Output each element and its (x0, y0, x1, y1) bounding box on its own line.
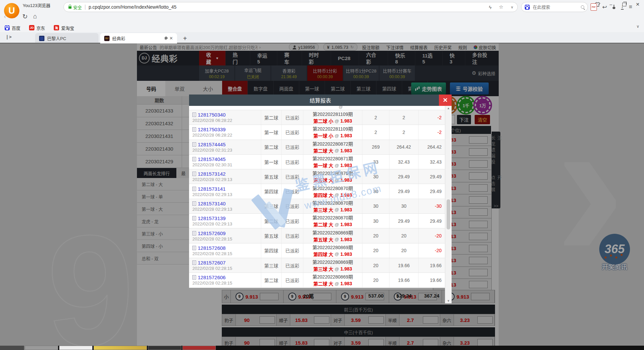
document-icon (192, 142, 196, 147)
settlement-row: 1281572607 2022/02/28 02:28:15 第三球 已派彩 第… (189, 258, 445, 273)
issue-number: 第202202280872期 (312, 140, 353, 147)
order-id-link[interactable]: 1281572609 (198, 230, 225, 236)
menu-icon[interactable]: ≡ (629, 4, 632, 10)
order-id-link[interactable]: 1281572606 (198, 275, 225, 280)
bet-amount: 2 (362, 125, 389, 139)
baidu-icon (525, 5, 530, 10)
ball-position: 第五球 (261, 228, 282, 243)
bet-content: 第四球 大 (313, 192, 333, 198)
order-id-link[interactable]: 1281573142 (198, 171, 225, 177)
bet-odds: 1.983 (340, 207, 352, 212)
order-time: 2022/02/28 02:28:15 (192, 281, 232, 286)
bet-odds: 1.983 (340, 237, 352, 242)
url-text[interactable]: p.cpqlzpor.com/Home/IndexNew#/lotto_45 (89, 4, 489, 10)
issue-number: 第202202280870期 (312, 170, 353, 176)
bet-content: 第一球 小 (313, 132, 333, 139)
order-id-link[interactable]: 1281574045 (198, 156, 225, 162)
window-thumbnail[interactable] (25, 346, 58, 350)
order-id-link[interactable]: 1281573141 (198, 186, 225, 192)
address-bar[interactable]: 安全 | p.cpqlzpor.com/Home/IndexNew#/lotto… (63, 2, 518, 12)
bet-content: 第四球 大 (313, 251, 333, 257)
bet-odds: 1.983 (340, 222, 352, 227)
taskbar-corner[interactable] (0, 346, 25, 350)
result-amount: 32.43 (389, 155, 419, 169)
order-time: 2022/02/28 06:28:22 (192, 118, 232, 123)
bookmark-jd[interactable]: JD京东 (29, 25, 45, 31)
bookmark-taobao[interactable]: 淘爱淘宝 (54, 25, 74, 31)
order-id-link[interactable]: 1281574445 (198, 142, 225, 147)
scroll-thumb[interactable] (447, 199, 450, 229)
bet-content: 第五球 大 (313, 177, 333, 183)
order-id-link[interactable]: 1281572607 (198, 260, 225, 266)
bet-odds: 1.983 (340, 281, 352, 286)
document-icon (192, 113, 196, 117)
tab-close-icon[interactable]: ✕ (169, 36, 173, 41)
pdf-icon[interactable]: PDF (591, 3, 597, 11)
order-id-link[interactable]: 1281572608 (198, 245, 225, 251)
search-input[interactable] (532, 4, 579, 10)
scroll-up-icon[interactable]: ▲ (445, 107, 452, 110)
result-amount: 29.49 (389, 169, 419, 184)
scroll-down-icon[interactable]: ▼ (445, 299, 452, 303)
new-tab-button[interactable]: + (183, 35, 187, 42)
issue-number: 第202202280869期 (312, 244, 353, 250)
search-box[interactable] (521, 2, 588, 12)
reload-button[interactable]: ↻ (20, 13, 30, 20)
ball-position: 第二球 (261, 273, 282, 287)
settlement-row: 1281572609 2022/02/28 02:28:15 第五球 已派彩 第… (189, 228, 445, 243)
clean-icon[interactable] (612, 5, 616, 9)
tab-list-icon[interactable]: ❘> (5, 34, 11, 39)
order-id-link[interactable]: 1281750339 (198, 127, 225, 132)
profit-amount: -30 (419, 199, 445, 213)
modal-close-button[interactable]: ✕ (439, 95, 452, 106)
undo-icon[interactable]: ↩ (602, 4, 607, 11)
tab-favicon: DJ (104, 36, 110, 41)
issue-number: 第202202281109期 (313, 111, 353, 117)
order-time: 2022/02/28 02:28:15 (192, 266, 232, 271)
window-thumbnail[interactable] (94, 346, 147, 350)
bet-content: 第二球 大 (313, 280, 333, 287)
bookmark-baidu[interactable]: 百度 (5, 25, 20, 31)
window-thumbnail[interactable] (59, 346, 93, 350)
document-icon (192, 201, 196, 206)
profit-amount: 19.66 (419, 273, 445, 287)
clipped-row: @ (189, 106, 445, 110)
modal-scrollbar[interactable]: ▲ ▼ (445, 106, 452, 303)
status: 已派彩 (282, 155, 303, 169)
window-thumbnail[interactable] (182, 346, 216, 350)
bet-odds: 1.983 (340, 192, 352, 198)
result-amount: 2 (389, 110, 419, 125)
profit-amount: 19.66 (419, 258, 445, 273)
window-thumbnail[interactable] (148, 346, 181, 350)
result-amount: 29.49 (389, 214, 419, 228)
home-button[interactable]: ⌂ (30, 13, 40, 20)
settlement-row: 1281573141 2022/02/28 02:29:13 第四球 已派彩 第… (189, 184, 445, 199)
lock-icon (68, 6, 71, 9)
result-amount: 29.49 (389, 184, 419, 198)
result-amount: 19.66 (389, 273, 419, 287)
tab-balirenpc[interactable]: 巴黎人PC (35, 33, 99, 43)
chevron-down-icon[interactable]: ∨ (511, 5, 513, 9)
download-icon[interactable]: ↓ (621, 4, 624, 10)
taobao-icon: 淘 (54, 25, 59, 30)
lightning-icon[interactable]: ϟ (489, 4, 492, 10)
search-icon[interactable] (581, 5, 584, 9)
order-id-link[interactable]: 1281750340 (198, 112, 225, 118)
ball-position: 第二球 (261, 110, 282, 125)
tab-bar: ❘> 巴黎人PC DJ 经典彩 ✕ + (0, 32, 644, 43)
bet-content: 第二球 小 (313, 118, 333, 124)
tab-jingdiancai[interactable]: DJ 经典彩 ✕ (100, 33, 177, 43)
bookmark-bar: 百度 JD京东 淘爱淘宝 (0, 23, 644, 32)
close-button[interactable]: ✕ (635, 1, 641, 7)
audio-icon[interactable] (165, 37, 166, 39)
total-profit: 367.24 (419, 293, 445, 299)
bookmark-star-icon[interactable]: ☆ (499, 4, 503, 10)
order-time: 2022/02/28 02:29:13 (192, 207, 232, 212)
bet-odds: 1.983 (340, 148, 352, 153)
order-id-link[interactable]: 1281573139 (198, 215, 225, 221)
order-id-link[interactable]: 1281573140 (198, 201, 225, 206)
settlement-totals: 20笔 537.00 529.24 367.24 (189, 288, 445, 303)
bet-content: 第二球 大 (313, 147, 333, 154)
profit-amount: -2 (419, 110, 445, 125)
profit-amount: -20 (419, 243, 445, 258)
